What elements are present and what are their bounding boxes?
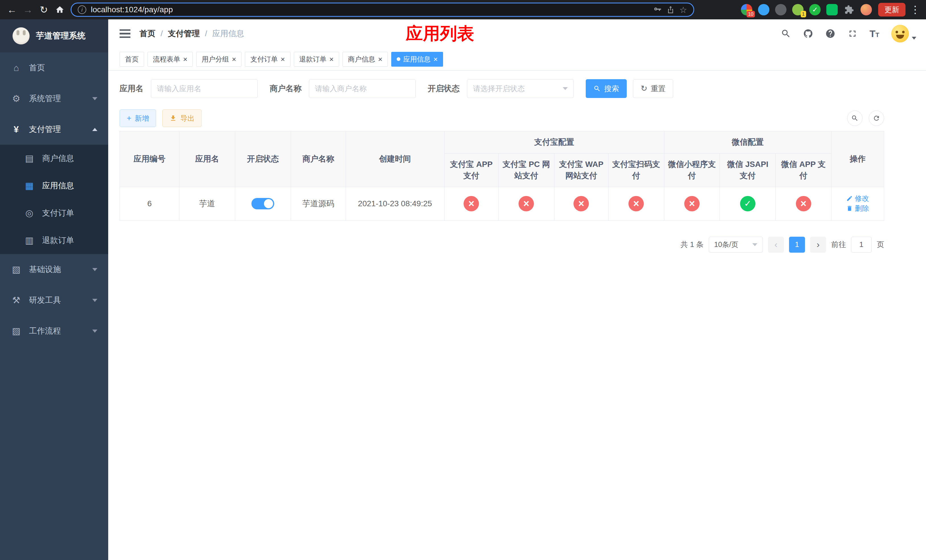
sidebar-item-label: 首页 xyxy=(29,62,45,73)
chevron-down-icon xyxy=(92,330,97,333)
font-size-icon[interactable]: T xyxy=(870,28,879,39)
status-select[interactable]: 请选择开启状态 xyxy=(467,79,574,98)
bookmark-star-icon[interactable]: ☆ xyxy=(679,5,687,15)
sidebar-item-workflow[interactable]: ▨ 工作流程 xyxy=(0,316,108,347)
site-info-icon[interactable]: i xyxy=(78,5,86,14)
extension-badge: 10 xyxy=(747,11,755,17)
sidebar-item-payment[interactable]: ¥ 支付管理 xyxy=(0,114,108,145)
status-label: 开启状态 xyxy=(428,83,460,94)
url-text: localhost:1024/pay/app xyxy=(91,5,649,14)
extension-icon-blue[interactable] xyxy=(758,4,769,15)
tab-label: 用户分组 xyxy=(201,55,229,64)
sidebar-item-devtools[interactable]: ⚒ 研发工具 xyxy=(0,285,108,316)
github-icon[interactable] xyxy=(803,29,813,39)
tab-pay-order[interactable]: 支付订单 × xyxy=(245,52,290,67)
search-button[interactable]: 搜索 xyxy=(586,79,627,98)
tab-home[interactable]: 首页 xyxy=(120,52,144,67)
page-1-button[interactable]: 1 xyxy=(789,237,805,253)
sidebar-item-infrastructure[interactable]: ▧ 基础设施 xyxy=(0,254,108,285)
top-navbar: 首页 / 支付管理 / 应用信息 应用列表 T xyxy=(108,20,926,48)
close-icon[interactable]: × xyxy=(433,56,438,63)
sidebar-item-merchant-info[interactable]: ▤ 商户信息 xyxy=(0,145,108,172)
status-toggle[interactable] xyxy=(251,198,274,209)
col-alipay-wap: 支付宝 WAP 网站支付 xyxy=(554,153,608,187)
app-logo[interactable]: 芋道管理系统 xyxy=(0,20,108,52)
goto-page-input[interactable] xyxy=(851,237,872,253)
browser-home-button[interactable] xyxy=(52,2,68,18)
extension-icon-pinwheel[interactable]: 10 xyxy=(741,4,752,15)
chevron-up-icon xyxy=(92,128,97,131)
edit-link[interactable]: 修改 xyxy=(846,194,869,203)
add-button[interactable]: + 新增 xyxy=(120,109,156,127)
app-name-input[interactable] xyxy=(151,79,258,98)
alipay-wap-status-icon xyxy=(573,196,589,211)
caret-down-icon xyxy=(912,37,916,39)
extension-badge: 1 xyxy=(801,11,806,17)
user-avatar[interactable] xyxy=(891,25,916,42)
browser-update-button[interactable]: 更新 xyxy=(878,3,905,17)
browser-reload-button[interactable]: ↻ xyxy=(36,2,52,18)
col-alipay-qr: 支付宝扫码支付 xyxy=(608,153,664,187)
col-created-at: 创建时间 xyxy=(346,131,444,187)
app-title: 芋道管理系统 xyxy=(36,30,85,42)
page-size-select[interactable]: 10条/页 xyxy=(709,237,763,253)
extension-icon-dark[interactable] xyxy=(775,4,787,15)
address-bar[interactable]: i localhost:1024/pay/app ☆ xyxy=(71,3,694,17)
tab-user-group[interactable]: 用户分组 × xyxy=(196,52,242,67)
yen-icon: ¥ xyxy=(11,124,22,135)
sidebar-toggle-icon[interactable] xyxy=(120,29,130,38)
breadcrumb-payment[interactable]: 支付管理 xyxy=(168,28,200,39)
extension-icon-chat[interactable] xyxy=(826,4,838,15)
navbar-actions: T xyxy=(781,25,916,42)
extensions-puzzle-icon[interactable] xyxy=(843,4,855,15)
export-button[interactable]: 导出 xyxy=(162,109,201,127)
extension-icon-check[interactable]: ✓ xyxy=(809,4,821,15)
col-group-alipay: 支付宝配置 xyxy=(444,131,664,153)
close-icon[interactable]: × xyxy=(330,56,334,63)
sidebar-item-pay-order[interactable]: ◎ 支付订单 xyxy=(0,200,108,227)
reset-button[interactable]: ↻ 重置 xyxy=(633,79,673,98)
alipay-pc-status-icon xyxy=(519,196,534,211)
prev-page-button[interactable]: ‹ xyxy=(768,237,784,253)
delete-link[interactable]: 删除 xyxy=(846,204,869,213)
sidebar-item-refund-order[interactable]: ▥ 退款订单 xyxy=(0,227,108,254)
browser-forward-button[interactable]: → xyxy=(20,2,36,18)
sidebar-item-app-info[interactable]: ▦ 应用信息 xyxy=(0,172,108,200)
tab-refund-order[interactable]: 退款订单 × xyxy=(294,52,339,67)
fullscreen-icon[interactable] xyxy=(847,29,858,39)
search-icon xyxy=(593,85,601,92)
password-key-icon[interactable] xyxy=(653,5,662,14)
table-header-group-row: 应用编号 应用名 开启状态 商户名称 创建时间 支付宝配置 微信配置 操作 xyxy=(120,131,884,153)
close-icon[interactable]: × xyxy=(232,56,236,63)
browser-toolbar: ← → ↻ i localhost:1024/pay/app ☆ 10 1 ✓ … xyxy=(0,0,926,20)
server-icon: ▧ xyxy=(11,264,22,275)
next-page-button[interactable]: › xyxy=(810,237,826,253)
breadcrumb-home[interactable]: 首页 xyxy=(139,28,156,39)
sidebar-item-home[interactable]: ⌂ 首页 xyxy=(0,52,108,83)
close-icon[interactable]: × xyxy=(378,56,383,63)
tab-label: 商户信息 xyxy=(348,55,375,64)
col-alipay-app: 支付宝 APP 支付 xyxy=(444,153,498,187)
reload-icon: ↻ xyxy=(40,4,48,15)
goto-suffix: 页 xyxy=(877,239,884,250)
page-content: 应用名 商户名称 开启状态 请选择开启状态 搜索 xyxy=(108,71,926,560)
merchant-name-input[interactable] xyxy=(309,79,416,98)
tab-process-form[interactable]: 流程表单 × xyxy=(147,52,193,67)
extension-icon-avatar[interactable]: 1 xyxy=(792,4,803,15)
close-icon[interactable]: × xyxy=(280,56,285,63)
search-icon[interactable] xyxy=(781,29,791,39)
toggle-search-button[interactable] xyxy=(847,110,862,126)
tab-merchant-info[interactable]: 商户信息 × xyxy=(342,52,388,67)
refresh-table-button[interactable] xyxy=(869,110,884,126)
close-icon[interactable]: × xyxy=(183,56,188,63)
help-icon[interactable] xyxy=(825,29,835,39)
cell-merchant: 芋道源码 xyxy=(291,187,346,221)
tab-app-info[interactable]: 应用信息 × xyxy=(391,52,443,67)
share-icon[interactable] xyxy=(666,5,675,14)
sidebar-item-system[interactable]: ⚙ 系统管理 xyxy=(0,83,108,114)
browser-menu-icon[interactable]: ⋮ xyxy=(910,4,920,16)
sidebar-item-label: 商户信息 xyxy=(42,153,74,164)
browser-profile-avatar[interactable] xyxy=(861,4,872,15)
active-dot xyxy=(396,57,400,61)
browser-back-button[interactable]: ← xyxy=(4,2,20,18)
